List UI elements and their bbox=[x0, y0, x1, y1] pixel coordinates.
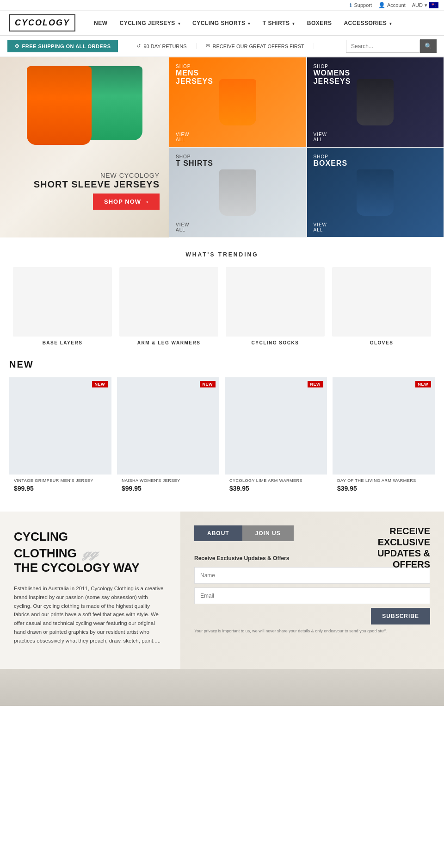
product-name-3: DAY OF THE LIVING ARM WARMERS bbox=[337, 478, 430, 483]
jersey-orange bbox=[27, 66, 92, 145]
join-tabs: ABOUT JOIN US bbox=[194, 525, 294, 541]
dropdown-icon: ▾ bbox=[389, 21, 392, 26]
tab-join-us[interactable]: JOIN US bbox=[242, 525, 294, 541]
about-section: CYCLING CLOTHING ℊℊ THE CYCOLOGY WAY Est… bbox=[0, 512, 180, 669]
dropdown-icon: ▾ bbox=[425, 2, 427, 8]
new-section-title: NEW bbox=[9, 359, 435, 370]
trending-label-warmers: ARM & LEG WARMERS bbox=[116, 340, 222, 345]
nav-cycling-shorts[interactable]: CYCLING SHORTS ▾ bbox=[188, 16, 255, 30]
bottom-section: CYCLING CLOTHING ℊℊ THE CYCOLOGY WAY Est… bbox=[0, 512, 444, 669]
free-shipping-banner: ⊕ FREE SHIPPING ON ALL ORDERS bbox=[7, 40, 118, 52]
product-card-0[interactable]: NEW VINTAGE GRIMPEUR MEN'S JERSEY $99.95 bbox=[9, 377, 111, 498]
trending-item-socks[interactable]: CYCLING SOCKS bbox=[222, 267, 328, 345]
nav-cycling-jerseys[interactable]: CYCLING JERSEYS ▾ bbox=[115, 16, 185, 30]
shipping-text: FREE SHIPPING ON ALL ORDERS bbox=[22, 44, 111, 49]
nav-new[interactable]: NEW bbox=[89, 16, 112, 30]
product-info-1: NAISHA WOMEN'S JERSEY $99.95 bbox=[117, 475, 219, 498]
offers-text: RECEIVE OUR GREAT OFFERS FIRST bbox=[213, 44, 304, 49]
nav-tshirts[interactable]: T SHIRTS ▾ bbox=[258, 16, 300, 30]
view-all-tshirts[interactable]: VIEWALL bbox=[176, 222, 190, 232]
currency-selector[interactable]: AUD ▾ 🇦🇺 bbox=[412, 2, 438, 8]
hero-text-overlay: NEW CYCOLOGY SHORT SLEEVE JERSEYS SHOP N… bbox=[34, 172, 160, 210]
new-badge-3: NEW bbox=[415, 381, 432, 387]
nav-boxers[interactable]: BOXERS bbox=[302, 16, 337, 30]
tab-about[interactable]: ABOUT bbox=[194, 525, 242, 541]
product-info-2: CYCOLOGY LIME ARM WARMERS $39.95 bbox=[225, 475, 327, 498]
product-image-2 bbox=[225, 377, 327, 475]
product-price-3: $39.95 bbox=[337, 485, 430, 492]
shipping-icon: ⊕ bbox=[15, 43, 19, 49]
shop-now-button[interactable]: SHOP NOW › bbox=[93, 194, 160, 210]
about-heading: CYCLING CLOTHING ℊℊ THE CYCOLOGY WAY bbox=[14, 530, 166, 575]
hero-title: SHORT SLEEVE JERSEYS bbox=[34, 179, 160, 190]
trending-label-base-layers: BASE LAYERS bbox=[9, 340, 116, 345]
product-card-1[interactable]: NEW NAISHA WOMEN'S JERSEY $99.95 bbox=[117, 377, 219, 498]
header: CYCOLOGY NEW CYCLING JERSEYS ▾ CYCLING S… bbox=[0, 11, 444, 36]
new-badge-2: NEW bbox=[308, 381, 324, 387]
subscribe-label: SUBSCRIBE bbox=[382, 613, 419, 619]
product-price-2: $39.95 bbox=[229, 485, 322, 492]
email-input[interactable] bbox=[194, 587, 430, 604]
search-input[interactable] bbox=[346, 40, 420, 53]
refresh-icon: ↺ bbox=[136, 43, 141, 49]
about-heading-line2: CLOTHING bbox=[14, 546, 77, 560]
top-bar: ℹ Support 👤 Account AUD ▾ 🇦🇺 bbox=[0, 0, 444, 11]
trending-image-warmers bbox=[119, 267, 218, 337]
dropdown-icon: ▾ bbox=[178, 21, 181, 26]
shop-tile-womens-jerseys[interactable]: SHOP WOMENS JERSEYS VIEWALL bbox=[307, 57, 444, 147]
shop-tile-tshirts[interactable]: SHOP T SHIRTS VIEWALL bbox=[169, 147, 307, 237]
trending-image-base-layers bbox=[13, 267, 112, 337]
hero-main: NEW CYCOLOGY SHORT SLEEVE JERSEYS SHOP N… bbox=[0, 57, 169, 237]
product-price-0: $99.95 bbox=[14, 485, 107, 492]
shop-tile-boxers[interactable]: SHOP BOXERS VIEWALL bbox=[307, 147, 444, 237]
shop-tile-mens-jerseys[interactable]: SHOP MENS JERSEYS VIEWALL bbox=[169, 57, 307, 147]
hero-subtitle: NEW CYCOLOGY bbox=[34, 172, 160, 179]
trending-image-gloves bbox=[332, 267, 431, 337]
product-info-3: DAY OF THE LIVING ARM WARMERS $39.95 bbox=[333, 475, 435, 498]
returns-info: ↺ 90 DAY RETURNS bbox=[127, 43, 196, 49]
shop-now-label: SHOP NOW bbox=[104, 198, 141, 205]
privacy-text: Your privacy is important to us, we will… bbox=[194, 628, 430, 634]
trending-items: BASE LAYERS ARM & LEG WARMERS CYCLING SO… bbox=[9, 267, 435, 345]
shop-grid: SHOP MENS JERSEYS VIEWALL SHOP WOMENS JE… bbox=[169, 57, 444, 237]
view-all-boxers[interactable]: VIEWALL bbox=[314, 222, 327, 232]
trending-item-gloves[interactable]: GLOVES bbox=[328, 267, 435, 345]
flag-australia: 🇦🇺 bbox=[429, 2, 438, 8]
trending-image-socks bbox=[226, 267, 325, 337]
subscribe-button[interactable]: SUBSCRIBE bbox=[371, 608, 430, 624]
support-link[interactable]: ℹ Support bbox=[350, 2, 372, 8]
tile-label-tshirts: SHOP T SHIRTS bbox=[176, 154, 213, 168]
account-link[interactable]: 👤 Account bbox=[378, 2, 406, 8]
trending-label-socks: CYCLING SOCKS bbox=[222, 340, 328, 345]
main-navigation: NEW CYCLING JERSEYS ▾ CYCLING SHORTS ▾ T… bbox=[89, 16, 435, 30]
product-name-1: NAISHA WOMEN'S JERSEY bbox=[122, 478, 215, 483]
new-section: NEW NEW VINTAGE GRIMPEUR MEN'S JERSEY $9… bbox=[0, 350, 444, 512]
ampersand-decoration: ℊℊ bbox=[83, 544, 98, 561]
products-grid: NEW VINTAGE GRIMPEUR MEN'S JERSEY $99.95… bbox=[9, 377, 435, 498]
product-card-3[interactable]: NEW DAY OF THE LIVING ARM WARMERS $39.95 bbox=[333, 377, 435, 498]
trending-title: WHAT'S TRENDING bbox=[9, 251, 435, 258]
footer-image bbox=[0, 669, 444, 706]
product-info-0: VINTAGE GRIMPEUR MEN'S JERSEY $99.95 bbox=[9, 475, 111, 498]
dropdown-icon: ▾ bbox=[248, 21, 251, 26]
trending-item-warmers[interactable]: ARM & LEG WARMERS bbox=[116, 267, 222, 345]
product-image-1 bbox=[117, 377, 219, 475]
tile-label-womens: SHOP WOMENS JERSEYS bbox=[314, 64, 351, 85]
logo[interactable]: CYCOLOGY bbox=[9, 14, 75, 31]
hero-section: NEW CYCOLOGY SHORT SLEEVE JERSEYS SHOP N… bbox=[0, 57, 444, 237]
product-name-0: VINTAGE GRIMPEUR MEN'S JERSEY bbox=[14, 478, 107, 483]
product-card-2[interactable]: NEW CYCOLOGY LIME ARM WARMERS $39.95 bbox=[225, 377, 327, 498]
view-all-womens[interactable]: VIEWALL bbox=[314, 132, 327, 142]
tile-label-boxers: SHOP BOXERS bbox=[314, 154, 348, 168]
account-icon: 👤 bbox=[378, 2, 385, 8]
info-icon: ℹ bbox=[350, 2, 352, 8]
currency-label: AUD bbox=[412, 2, 423, 8]
search-button[interactable]: 🔍 bbox=[420, 39, 437, 53]
trending-item-base-layers[interactable]: BASE LAYERS bbox=[9, 267, 116, 345]
nav-accessories[interactable]: ACCESSORIES ▾ bbox=[339, 16, 396, 30]
trending-section: WHAT'S TRENDING BASE LAYERS ARM & LEG WA… bbox=[0, 237, 444, 350]
view-all-mens[interactable]: VIEWALL bbox=[176, 132, 190, 142]
tile-label-mens: SHOP MENS JERSEYS bbox=[176, 64, 213, 85]
support-label: Support bbox=[354, 2, 372, 8]
about-heading-line1: CYCLING bbox=[14, 530, 68, 543]
